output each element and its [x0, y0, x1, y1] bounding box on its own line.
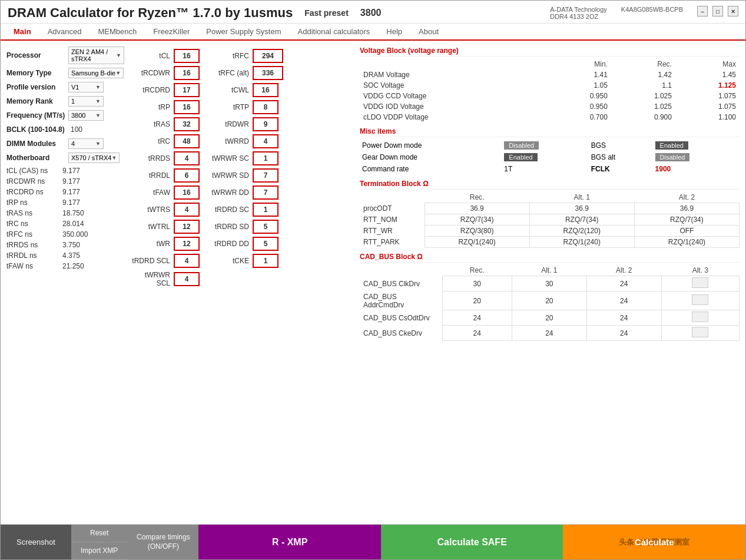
menu-item-membench[interactable]: MEMbench	[89, 24, 145, 39]
cad-header-rec: Rec.	[442, 265, 512, 276]
misc-row-power-down: Power Down mode Disabled BGS Enabled	[360, 140, 740, 151]
cad-header-alt3: Alt. 3	[661, 265, 739, 276]
ns-value-trcdrd: 9.177	[62, 188, 80, 196]
timing-input-trrds[interactable]	[174, 151, 200, 165]
rxmp-button[interactable]: R - XMP	[198, 525, 381, 559]
profile-version-dropdown[interactable]: V1 ▼	[68, 82, 104, 92]
term-alt2-rtt-nom: RZQ/7(34)	[634, 214, 739, 226]
menu-item-help[interactable]: Help	[378, 24, 410, 39]
reset-button[interactable]: Reset	[71, 525, 127, 542]
minimize-button[interactable]: –	[697, 6, 708, 16]
timing-label-tcl: tCL	[130, 52, 170, 60]
cad-label-clkdrv: CAD_BUS ClkDrv	[360, 276, 442, 291]
term-alt1-rtt-wr: RZQ/2(120)	[529, 226, 634, 237]
dimm-dropdown[interactable]: 4 ▼	[68, 138, 104, 149]
term-label-rtt-park: RTT_PARK	[360, 237, 425, 248]
misc-label-bgs: BGS	[589, 140, 653, 151]
voltage-label-cldo: cLDO VDDP Voltage	[360, 112, 547, 122]
timing-trfc-alt: tRFC (alt)	[209, 66, 283, 80]
timing-input-trtp[interactable]	[253, 100, 278, 114]
memory-type-dropdown[interactable]: Samsung B-die ▼	[68, 68, 124, 78]
timing-twtrl: tWTRL	[130, 220, 200, 234]
import-xmp-button[interactable]: Import XMP	[71, 542, 127, 560]
voltage-label-vddg-ccd: VDDG CCD Voltage	[360, 91, 547, 101]
ns-row-trp: tRP ns 9.177	[6, 198, 124, 207]
menu-item-about[interactable]: About	[410, 24, 447, 39]
timing-label-twrwr-scl: tWRWR SCL	[130, 271, 170, 287]
timing-twrwr-sc: tWRWR SC	[209, 151, 283, 165]
ns-row-tfaw: tFAW ns 21.250	[6, 262, 124, 270]
timing-input-tcl[interactable]	[174, 49, 200, 63]
timing-label-trcdwr: tRCDWR	[130, 69, 170, 77]
timing-input-twrwr-dd[interactable]	[253, 185, 278, 200]
menu-item-power-supply[interactable]: Power Supply System	[198, 24, 289, 39]
frequency-dropdown[interactable]: 3800 ▼	[68, 110, 104, 121]
cad-rec-addrcmddrv: 20	[442, 291, 512, 310]
timing-trcdrd: tRCDRD	[130, 83, 200, 97]
calculate-safe-button[interactable]: Calculate SAFE	[381, 525, 563, 559]
timing-input-trrdl[interactable]	[174, 168, 200, 183]
term-alt1-rtt-nom: RZQ/7(34)	[529, 214, 634, 226]
timing-twtrs: tWTRS	[130, 203, 200, 217]
timing-input-trdrd-sd[interactable]	[253, 220, 278, 234]
app-window: DRAM Calculator for Ryzen™ 1.7.0 by 1usm…	[0, 0, 746, 560]
frequency-label: Frequency (MT/s)	[6, 111, 68, 120]
cad-label-ckedrv: CAD_BUS CkeDrv	[360, 326, 442, 341]
timing-input-twr[interactable]	[174, 237, 200, 251]
timing-input-trfc[interactable]	[253, 49, 283, 63]
menu-item-additional[interactable]: Additional calculators	[290, 24, 379, 39]
voltage-row-soc: SOC Voltage 1.05 1.1 1.125	[360, 80, 740, 91]
chevron-down-icon: ▼	[115, 70, 121, 76]
voltage-row-cldo: cLDO VDDP Voltage 0.700 0.900 1.100	[360, 112, 740, 122]
timing-input-trcdwr[interactable]	[174, 66, 200, 80]
timings-panel: tCL tRCDWR tRCDRD tRP	[130, 47, 354, 518]
timing-input-trdrd-scl[interactable]	[174, 254, 200, 268]
close-button[interactable]: ✕	[728, 6, 738, 16]
cad-rec-csodtdrv: 24	[442, 310, 512, 326]
timing-input-trdrd-sc[interactable]	[253, 203, 278, 217]
timing-input-tfaw[interactable]	[174, 185, 200, 200]
timing-input-trcdrd[interactable]	[174, 83, 200, 97]
motherboard-dropdown[interactable]: X570 / sTRX4 ▼	[68, 153, 120, 163]
preset-label: Fast preset	[304, 8, 349, 18]
maximize-button[interactable]: □	[712, 6, 723, 16]
cad-alt1-clkdrv: 30	[512, 276, 586, 291]
chevron-down-icon: ▼	[95, 112, 101, 118]
bclk-row: BCLK (100-104.8) 100	[6, 124, 124, 135]
timing-input-twtrl[interactable]	[174, 220, 200, 234]
window-controls: – □ ✕	[697, 6, 738, 16]
memory-rank-dropdown[interactable]: 1 ▼	[68, 96, 104, 107]
screenshot-button[interactable]: Screenshot	[1, 525, 71, 559]
menu-item-advanced[interactable]: Advanced	[39, 24, 90, 39]
cad-rec-ckedrv: 24	[442, 326, 512, 341]
processor-dropdown[interactable]: ZEN 2 AM4 / sTRX4 ▼	[68, 47, 124, 64]
timing-input-tras[interactable]	[174, 117, 200, 131]
ns-label-tcl: tCL (CAS) ns	[6, 167, 62, 175]
profile-version-row: Profile version V1 ▼	[6, 82, 124, 92]
cad-alt2-clkdrv: 24	[586, 276, 661, 291]
term-row-procodt: procODT 36.9 36.9 36.9	[360, 203, 740, 214]
timing-input-trp[interactable]	[174, 100, 200, 114]
compare-timings-button[interactable]: Compare timings (ON/OFF)	[128, 525, 198, 559]
timing-input-twrwr-sd[interactable]	[253, 168, 278, 183]
timing-input-twrrd[interactable]	[253, 134, 278, 148]
timing-input-trc[interactable]	[174, 134, 200, 148]
menu-item-main[interactable]: Main	[5, 24, 39, 41]
timing-input-twtrs[interactable]	[174, 203, 200, 217]
timing-input-trdrd-dd[interactable]	[253, 237, 278, 251]
ns-row-tcl: tCL (CAS) ns 9.177	[6, 167, 124, 175]
term-row-rtt-nom: RTT_NOM RZQ/7(34) RZQ/7(34) RZQ/7(34)	[360, 214, 740, 226]
timing-input-trfc-alt[interactable]	[253, 66, 283, 80]
right-panel: Voltage Block (voltage range) Min. Rec. …	[360, 47, 740, 518]
ns-value-trrdl: 4.375	[62, 251, 80, 260]
menu-item-freezkiller[interactable]: FreezKiller	[145, 24, 198, 39]
timing-input-twrwr-sc[interactable]	[253, 151, 278, 165]
timing-label-twr: tWR	[130, 240, 170, 248]
timing-input-twrwr-scl[interactable]	[174, 272, 200, 286]
term-rec-rtt-nom: RZQ/7(34)	[425, 214, 529, 226]
timing-input-tcwl[interactable]	[253, 83, 278, 97]
timing-input-tcke[interactable]	[253, 254, 278, 268]
timing-input-trdwr[interactable]	[253, 117, 278, 131]
calculate-opt-button[interactable]: Calculate 头条 @电脑吧评测室	[563, 525, 745, 559]
timing-tcl: tCL	[130, 49, 200, 63]
